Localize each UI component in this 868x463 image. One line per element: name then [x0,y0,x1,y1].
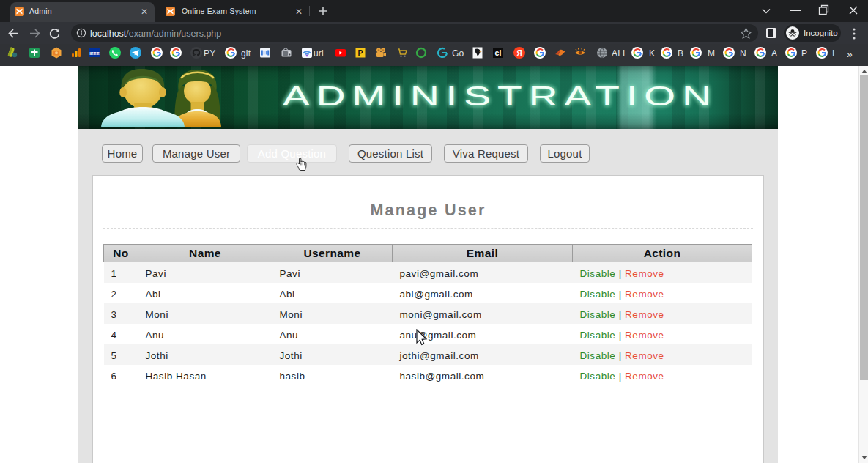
svg-text:IEEE: IEEE [89,51,100,56]
svg-text:cl: cl [495,48,502,57]
svg-text:P: P [357,48,363,57]
svg-text:Я: Я [517,49,522,57]
svg-text:ADMINISTRATION: ADMINISTRATION [283,81,718,111]
